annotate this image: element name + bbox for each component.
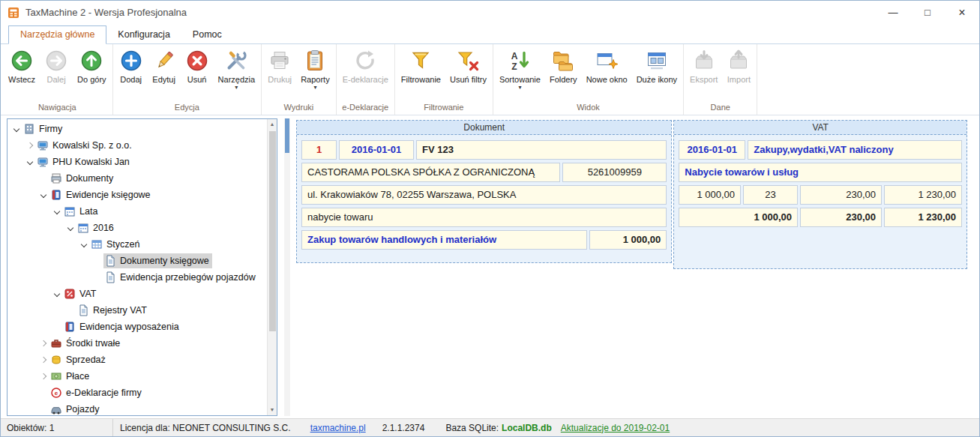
- ribbon-button-edytuj[interactable]: Edytuj: [148, 45, 181, 85]
- chevron-down-icon[interactable]: [78, 238, 90, 250]
- tree-item-phu-kowalski-jan[interactable]: PHU Kowalski Jan: [7, 154, 277, 170]
- content-scroll-thumb[interactable]: [285, 118, 289, 153]
- ribbon-button-wstecz[interactable]: Wstecz: [4, 45, 40, 85]
- tab-narzedzia-glowne[interactable]: Narzędzia główne: [8, 25, 106, 44]
- website-link[interactable]: taxmachine.pl: [310, 423, 366, 433]
- vat-amount-cell[interactable]: 230,00: [800, 185, 882, 205]
- vat-register-cell[interactable]: Zakupy,wydatki,VAT naliczony: [748, 140, 962, 160]
- tree-item-lata[interactable]: Lata: [7, 203, 277, 220]
- content-scrollbar[interactable]: [284, 118, 290, 416]
- ribbon-button-filtrowanie[interactable]: Filtrowanie: [397, 45, 445, 85]
- minimize-button[interactable]: —: [876, 1, 910, 24]
- svg-text:e: e: [55, 390, 58, 397]
- tree-item-ewidencja-wyposazenia[interactable]: Ewidencja wyposażenia: [7, 319, 277, 335]
- ribbon-button-drukuj: Drukuj: [263, 45, 296, 85]
- tree-item-label: Środki trwałe: [66, 338, 120, 349]
- ribbon-group-dane: EksportImportDane: [684, 44, 757, 115]
- updates-link[interactable]: Aktualizacje do 2019-02-01: [561, 423, 670, 433]
- sort-icon: AZ: [508, 49, 532, 73]
- app-logo-icon: [7, 7, 19, 19]
- doc-icon: [104, 271, 117, 283]
- tree-chevron-spacer: [37, 403, 49, 415]
- tree-item-label: Dokumenty: [66, 173, 113, 184]
- ribbon-button-foldery[interactable]: Foldery: [545, 45, 582, 85]
- chevron-down-icon[interactable]: [24, 156, 36, 168]
- chevron-right-icon[interactable]: [37, 370, 49, 382]
- edit-icon: [152, 49, 176, 73]
- contractor-nip-cell[interactable]: 5261009959: [562, 163, 667, 182]
- entry-amount-cell[interactable]: 1 000,00: [589, 230, 667, 250]
- vat-total-amount-cell[interactable]: 230,00: [800, 208, 882, 227]
- ribbon-button-nowe-okno[interactable]: Nowe okno: [582, 45, 632, 85]
- scroll-up-icon[interactable]: ▲: [270, 121, 275, 128]
- chevron-right-icon[interactable]: [24, 139, 36, 151]
- close-button[interactable]: ×: [945, 1, 979, 24]
- tree-item-sprzedaz[interactable]: Sprzedaż: [7, 352, 277, 368]
- tree-item-kowalski-sp-z-o-o[interactable]: Kowalski Sp. z o.o.: [7, 137, 277, 154]
- tree-item-vat[interactable]: VAT: [7, 286, 277, 302]
- ribbon-group-caption: Filtrowanie: [397, 102, 491, 115]
- vat-gross-cell[interactable]: 1 230,00: [884, 185, 962, 205]
- vat-total-gross-cell[interactable]: 1 230,00: [884, 208, 962, 227]
- tab-pomoc[interactable]: Pomoc: [181, 26, 233, 43]
- ribbon-button-label: E-deklaracje: [343, 75, 388, 84]
- tree-item-ewidencja-przebiegow-pojazdow[interactable]: Ewidencja przebiegów pojazdów: [7, 269, 277, 286]
- clear-filter-icon: [456, 49, 480, 73]
- vat-total-net-cell[interactable]: 1 000,00: [679, 208, 798, 227]
- vat-rate-cell[interactable]: 23: [743, 185, 798, 205]
- vat-category-cell[interactable]: Nabycie towarów i usług: [679, 163, 962, 182]
- tree-scroll-thumb[interactable]: [269, 131, 276, 331]
- tree-item-firmy[interactable]: Firmy: [7, 121, 277, 137]
- doc-date-cell[interactable]: 2016-01-01: [339, 140, 414, 160]
- tree-item-e-deklaracje-firmy[interactable]: ee-Deklaracje firmy: [7, 385, 277, 401]
- tree-item-dokumenty[interactable]: Dokumenty: [7, 170, 277, 187]
- ribbon-button-raporty[interactable]: Raporty▾: [296, 45, 334, 91]
- dropdown-arrow-icon: ▾: [313, 85, 316, 90]
- ribbon-button-duze-ikony[interactable]: Duże ikony: [632, 45, 682, 85]
- ribbon-button-import: Import: [722, 45, 755, 85]
- vat-date-cell[interactable]: 2016-01-01: [679, 140, 745, 160]
- vehicle-icon: [50, 403, 63, 415]
- tree-item-dokumenty-ksiegowe[interactable]: Dokumenty księgowe: [7, 253, 277, 269]
- svg-text:Z: Z: [512, 61, 517, 72]
- description-cell[interactable]: nabycie towaru: [301, 208, 667, 227]
- chevron-down-icon[interactable]: [51, 288, 63, 300]
- tree-scroll-track[interactable]: [269, 128, 276, 406]
- chevron-down-icon[interactable]: [37, 189, 49, 201]
- tree-scrollbar[interactable]: ▲ ▼: [267, 119, 277, 415]
- ribbon-button-usun[interactable]: Usuń: [181, 45, 214, 85]
- chevron-right-icon[interactable]: [37, 337, 49, 349]
- ribbon-button-usun-filtry[interactable]: Usuń filtry: [445, 45, 491, 85]
- doc-number-cell[interactable]: FV 123: [416, 140, 667, 160]
- tree-item-ewidencje-ksiegowe[interactable]: Ewidencje księgowe: [7, 187, 277, 203]
- tree-item-styczen[interactable]: Styczeń: [7, 236, 277, 253]
- chevron-down-icon[interactable]: [51, 205, 63, 217]
- export-icon: [692, 49, 716, 73]
- vat-net-cell[interactable]: 1 000,00: [679, 185, 741, 205]
- company-icon: [37, 156, 49, 168]
- tree-item-place[interactable]: Płace: [7, 368, 277, 385]
- chevron-down-icon[interactable]: [10, 123, 22, 135]
- tab-konfiguracja[interactable]: Konfiguracja: [106, 26, 181, 43]
- tree-item-rejestry-vat[interactable]: Rejestry VAT: [7, 302, 277, 319]
- status-db-label: Baza SQLite:: [445, 423, 499, 433]
- maximize-button[interactable]: □: [910, 1, 945, 24]
- tree-item-label: 2016: [93, 223, 114, 233]
- tree-item-srodki-trwale[interactable]: Środki trwałe: [7, 335, 277, 352]
- ribbon-button-narzedzia[interactable]: Narzędzia▾: [214, 45, 260, 91]
- tree-item-label: VAT: [79, 289, 96, 299]
- contractor-name-cell[interactable]: CASTORAMA POLSKA SPÓŁKA Z OGRANICZONĄ: [301, 163, 560, 182]
- chevron-down-icon[interactable]: [64, 222, 76, 234]
- folders-icon: [551, 49, 575, 73]
- scroll-down-icon[interactable]: ▼: [270, 406, 275, 414]
- ribbon-button-do-gory[interactable]: Do góry: [73, 45, 111, 85]
- ribbon-button-sortowanie[interactable]: AZSortowanie▾: [495, 45, 545, 91]
- doc-lp-cell[interactable]: 1: [301, 140, 337, 160]
- tree-item-2016[interactable]: 2016: [7, 220, 277, 236]
- title-bar: TaxMachine 2 - Wersja Profesjonalna — □ …: [1, 1, 979, 24]
- tree-item-pojazdy[interactable]: Pojazdy: [7, 401, 277, 416]
- entry-category-cell[interactable]: Zakup towarów handlowych i materiałów: [301, 230, 587, 250]
- ribbon-button-dodaj[interactable]: Dodaj: [115, 45, 148, 85]
- chevron-right-icon[interactable]: [37, 354, 49, 366]
- contractor-address-cell[interactable]: ul. Krakowiaków 78, 02255 Warszawa, POLS…: [301, 185, 667, 205]
